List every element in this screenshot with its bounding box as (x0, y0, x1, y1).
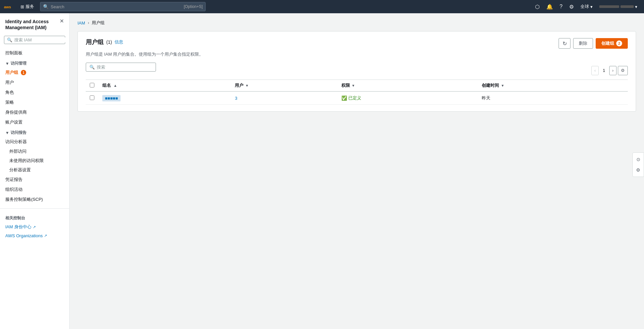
row-checkbox-cell[interactable] (86, 91, 98, 105)
row-checkbox[interactable] (90, 95, 94, 100)
account-bar1 (599, 5, 619, 8)
row-users: 3 (231, 91, 337, 105)
sidebar-item-dashboard[interactable]: 控制面板 (0, 48, 69, 58)
table-header-permissions[interactable]: 权限 ▾ (337, 80, 478, 92)
table-header-row: 组名 ▲ 用户 ▾ 权限 ▾ 创建时间 ▾ (86, 80, 628, 92)
table-search-input[interactable] (97, 65, 152, 70)
sidebar-item-roles[interactable]: 角色 (0, 87, 69, 97)
sidebar-item-aws-organizations[interactable]: AWS Organizations ↗ (0, 232, 69, 240)
account-bar2 (620, 5, 634, 8)
table-header-users[interactable]: 用户 ▾ (231, 80, 337, 92)
table-search-bar[interactable]: 🔍 (86, 63, 156, 72)
top-navigation: aws ⊞ 服务 🔍 [Option+S] ⬡ 🔔 ? ⚙ 全球 ▾ ▾ (0, 0, 644, 13)
sidebar-search-input[interactable] (14, 37, 70, 42)
info-link[interactable]: 信息 (115, 39, 123, 45)
sidebar-item-user-groups[interactable]: 用户组 1 (0, 68, 69, 78)
user-groups-label: 用户组 (5, 70, 18, 76)
sidebar-item-access-analyzer[interactable]: 访问分析器 (0, 137, 69, 147)
row-name: ■■■■■ (98, 91, 231, 105)
table-header-checkbox[interactable] (86, 80, 98, 92)
row-permissions: ✅ 已定义 (337, 91, 478, 105)
pagination-next-button[interactable]: › (609, 66, 617, 75)
sidebar-section-reports[interactable]: ▼ 访问报告 (0, 127, 69, 137)
user-groups-badge: 1 (21, 70, 26, 75)
account-menu[interactable]: ▾ (597, 0, 640, 13)
groups-table: 组名 ▲ 用户 ▾ 权限 ▾ 创建时间 ▾ (86, 80, 628, 105)
main-layout: Identity and Access Management (IAM) ✕ 🔍… (0, 13, 644, 329)
access-section-label: 访问管理 (11, 61, 26, 66)
table-header-created[interactable]: 创建时间 ▾ (478, 80, 628, 92)
sidebar-item-external-access[interactable]: 外部访问 (0, 147, 69, 156)
refresh-button[interactable]: ↻ (559, 38, 570, 49)
sidebar-item-org-activity[interactable]: 组织活动 (0, 185, 69, 194)
dashboard-label: 控制面板 (5, 50, 23, 56)
sidebar: Identity and Access Management (IAM) ✕ 🔍… (0, 13, 70, 329)
breadcrumb-iam-link[interactable]: IAM (77, 21, 85, 26)
global-search-input[interactable] (51, 4, 182, 9)
group-name-link[interactable]: ■■■■■ (102, 95, 121, 101)
card-subtitle: 用户组是 IAM 用户的集合。使用组为一个用户集合指定权限。 (86, 51, 628, 57)
table-body: ■■■■■ 3 ✅ 已定义 昨天 (86, 91, 628, 105)
card-header: 用户组 (1) 信息 ↻ 删除 创建组 2 (86, 38, 628, 49)
permissions-status: ✅ 已定义 (341, 95, 474, 101)
side-icon-button-1[interactable]: ⊙ (633, 154, 644, 165)
sort-created-icon: ▾ (502, 83, 504, 87)
users-count-link[interactable]: 3 (235, 96, 237, 101)
pagination-settings-button[interactable]: ⚙ (618, 66, 628, 75)
reports-collapse-icon: ▼ (5, 131, 9, 135)
column-created-label: 创建时间 (482, 83, 499, 88)
search-shortcut: [Option+S] (184, 4, 203, 9)
sort-permissions-icon: ▾ (352, 83, 354, 87)
row-created: 昨天 (478, 91, 628, 105)
reports-section-label: 访问报告 (11, 130, 26, 136)
side-icon-button-2[interactable]: ⚙ (633, 165, 644, 175)
side-panel-icons: ⊙ ⚙ (632, 152, 644, 177)
notifications-button[interactable]: 🔔 (544, 2, 556, 11)
org-activity-label: 组织活动 (5, 187, 23, 192)
global-search-bar[interactable]: 🔍 [Option+S] (40, 2, 206, 11)
sidebar-item-identity-providers[interactable]: 身份提供商 (0, 107, 69, 117)
pagination-prev-button[interactable]: ‹ (591, 66, 599, 75)
select-all-checkbox[interactable] (90, 83, 94, 87)
sidebar-item-credentials-report[interactable]: 凭证报告 (0, 175, 69, 185)
sidebar-search-bar[interactable]: 🔍 (4, 36, 65, 44)
aws-logo[interactable]: aws (4, 3, 15, 10)
pagination-area: ‹ 1 › ⚙ (591, 65, 628, 75)
users-label: 用户 (5, 80, 14, 85)
services-menu[interactable]: ⊞ 服务 (18, 4, 37, 10)
create-group-badge: 2 (616, 40, 622, 46)
sidebar-item-analyzer-settings[interactable]: 分析器设置 (0, 165, 69, 175)
sidebar-item-users[interactable]: 用户 (0, 78, 69, 87)
sidebar-item-scp[interactable]: 服务控制策略(SCP) (0, 194, 69, 204)
cloud-shell-button[interactable]: ⬡ (532, 2, 542, 11)
external-link-icon: ↗ (33, 225, 36, 229)
search-icon: 🔍 (43, 4, 49, 9)
sidebar-close-button[interactable]: ✕ (60, 19, 64, 24)
credentials-report-label: 凭证报告 (5, 177, 23, 183)
settings-button[interactable]: ⚙ (567, 2, 576, 11)
delete-button[interactable]: 删除 (573, 38, 593, 49)
pagination-page: 1 (600, 68, 608, 73)
svg-text:aws: aws (4, 5, 11, 9)
create-group-button[interactable]: 创建组 2 (596, 38, 628, 49)
account-info (599, 5, 634, 8)
aws-organizations-label: AWS Organizations (5, 233, 43, 238)
account-settings-label: 账户设置 (5, 119, 23, 125)
breadcrumb: IAM › 用户组 (77, 20, 636, 26)
roles-label: 角色 (5, 89, 14, 95)
table-row: ■■■■■ 3 ✅ 已定义 昨天 (86, 91, 628, 105)
region-selector[interactable]: 全球 ▾ (578, 0, 595, 13)
help-button[interactable]: ? (557, 2, 565, 11)
sidebar-item-unused-access[interactable]: 未使用的访问权限 (0, 156, 69, 165)
sort-users-icon: ▾ (246, 83, 248, 87)
services-label: 服务 (25, 4, 34, 10)
sidebar-item-policies[interactable]: 策略 (0, 97, 69, 107)
sidebar-item-account-settings[interactable]: 账户设置 (0, 117, 69, 127)
column-permissions-label: 权限 (341, 83, 350, 88)
card-title-area: 用户组 (1) 信息 (86, 38, 123, 46)
sort-name-icon: ▲ (114, 83, 117, 87)
breadcrumb-separator: › (88, 21, 89, 25)
table-header-name[interactable]: 组名 ▲ (98, 80, 231, 92)
sidebar-section-access[interactable]: ▼ 访问管理 (0, 58, 69, 68)
sidebar-item-iam-identity-center[interactable]: IAM 身份中心 ↗ (0, 222, 69, 232)
